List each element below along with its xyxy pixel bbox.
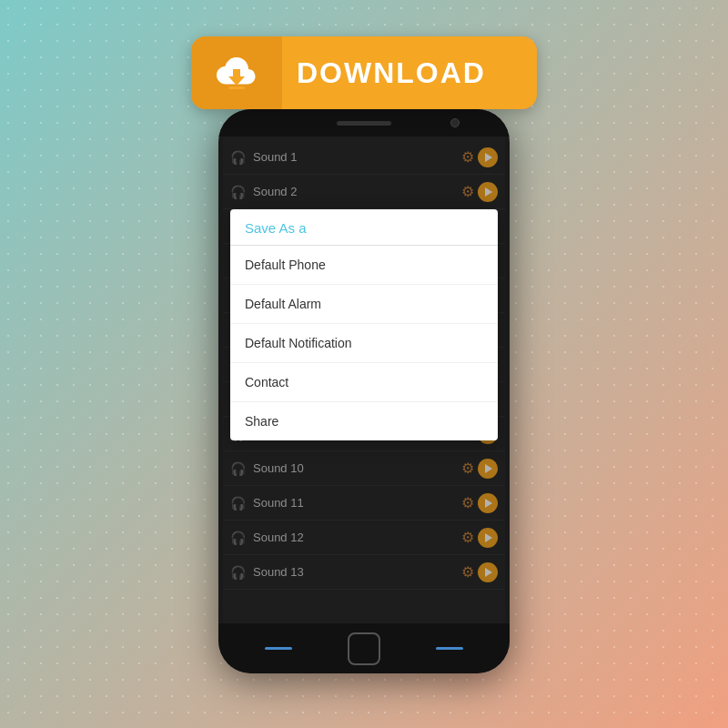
download-cloud-icon [214, 53, 259, 93]
context-menu-item[interactable]: Share [230, 402, 498, 440]
nav-back-button[interactable] [265, 647, 292, 650]
nav-home-button[interactable] [348, 632, 380, 665]
download-icon-area [191, 36, 282, 109]
nav-recent-button[interactable] [436, 647, 463, 650]
context-menu-item[interactable]: Default Alarm [230, 285, 498, 324]
context-menu-items: Default PhoneDefault AlarmDefault Notifi… [230, 246, 498, 440]
svg-rect-1 [228, 86, 245, 89]
context-menu-title: Save As a [230, 209, 498, 246]
phone-speaker [337, 121, 391, 126]
context-menu-item[interactable]: Default Phone [230, 246, 498, 285]
phone-device: 🎧 Sound 1 ⚙ 🎧 Sound 2 ⚙ 🎧 Sound 3 ⚙ [218, 109, 510, 673]
context-menu-item[interactable]: Contact [230, 363, 498, 402]
context-menu-item[interactable]: Default Notification [230, 324, 498, 363]
context-menu: Save As a Default PhoneDefault AlarmDefa… [230, 209, 498, 440]
phone-bottom-nav [218, 623, 510, 673]
phone-screen: 🎧 Sound 1 ⚙ 🎧 Sound 2 ⚙ 🎧 Sound 3 ⚙ [223, 136, 505, 623]
phone-top-bar [218, 109, 510, 136]
download-label: DOWNLOAD [282, 56, 486, 90]
phone-camera [450, 118, 460, 127]
download-banner[interactable]: DOWNLOAD [191, 36, 537, 109]
